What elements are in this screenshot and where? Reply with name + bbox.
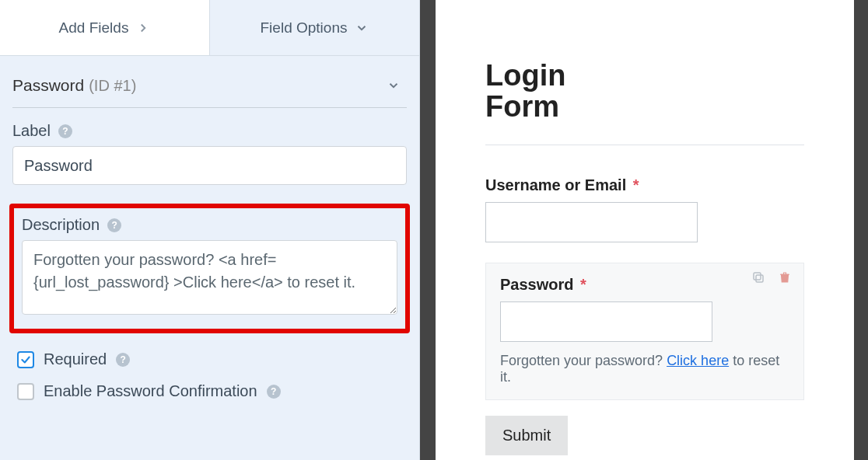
label-group: Label ? [12, 122, 407, 185]
option-label: Enable Password Confirmation [44, 382, 257, 400]
chevron-right-icon [136, 21, 150, 35]
tab-label: Add Fields [59, 19, 129, 37]
reset-link[interactable]: Click here [667, 353, 729, 368]
help-icon[interactable]: ? [116, 353, 130, 367]
duplicate-icon[interactable] [751, 270, 766, 285]
submit-button[interactable]: Submit [485, 416, 568, 455]
chevron-down-icon [387, 78, 401, 92]
form-preview-area: Login Form Username or Email * Password [420, 0, 868, 460]
description-highlight: Description ? [9, 204, 410, 333]
tab-field-options[interactable]: Field Options [210, 0, 419, 55]
required-option[interactable]: Required ? [17, 350, 407, 368]
chevron-down-icon [355, 21, 369, 35]
username-input[interactable] [485, 202, 698, 242]
trash-icon[interactable] [777, 270, 793, 285]
field-header[interactable]: Password (ID #1) [12, 75, 407, 108]
field-id: (ID #1) [89, 77, 136, 95]
form-title: Login Form [485, 61, 804, 123]
help-icon[interactable]: ? [58, 124, 72, 138]
password-description-preview: Forgotten your password? Click here to r… [500, 353, 789, 385]
password-field-selected[interactable]: Password * Forgotten your password? Clic… [485, 263, 804, 400]
required-star-icon: * [580, 276, 586, 293]
username-field: Username or Email * [485, 176, 804, 242]
svg-rect-0 [756, 275, 763, 282]
checkbox-empty-icon[interactable] [17, 383, 34, 400]
option-label: Required [44, 350, 107, 368]
help-icon[interactable]: ? [267, 385, 281, 399]
description-field-label: Description [22, 216, 100, 234]
tab-label: Field Options [261, 19, 348, 37]
options-tabs: Add Fields Field Options [0, 0, 419, 56]
enable-password-confirmation-option[interactable]: Enable Password Confirmation ? [17, 382, 407, 400]
divider [485, 145, 804, 145]
field-label: Password [500, 276, 573, 293]
label-field-label: Label [12, 122, 51, 140]
required-star-icon: * [633, 176, 639, 193]
description-textarea[interactable] [22, 240, 397, 315]
field-title: Password [12, 76, 84, 95]
help-icon[interactable]: ? [107, 218, 121, 232]
tab-add-fields[interactable]: Add Fields [0, 0, 210, 55]
label-input[interactable] [12, 146, 407, 185]
svg-rect-1 [754, 273, 761, 280]
password-input[interactable] [500, 301, 712, 342]
checkbox-checked-icon[interactable] [17, 351, 34, 368]
field-label: Username or Email [485, 176, 626, 193]
field-options-panel: Password (ID #1) Label ? Description ? [0, 56, 419, 430]
form-preview: Login Form Username or Email * Password [436, 0, 854, 460]
